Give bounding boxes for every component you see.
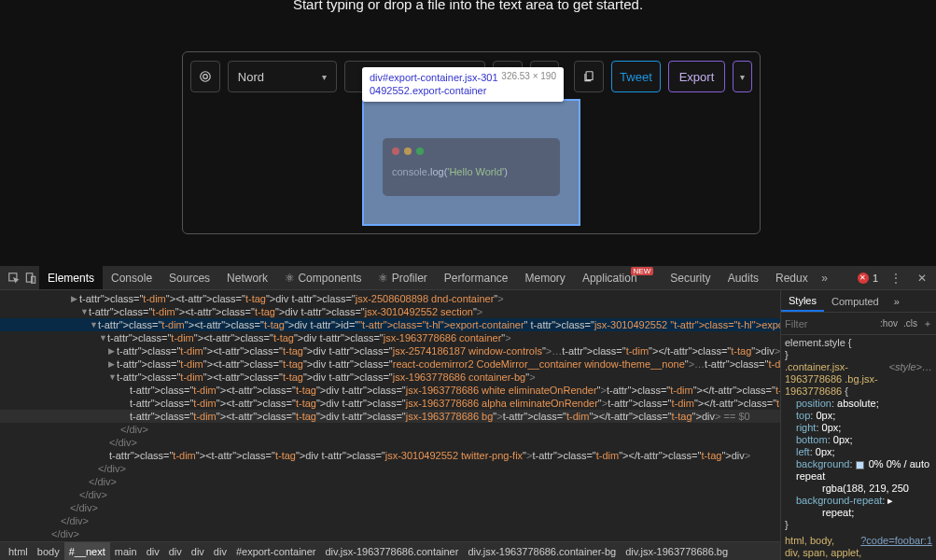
tooltip-selector: div#export-container.jsx-3010492552.expo… xyxy=(370,71,501,98)
crumb[interactable]: div.jsx-1963778686.bg xyxy=(621,542,733,560)
dom-line[interactable]: </div> xyxy=(0,475,780,488)
export-dropdown[interactable]: ▾ xyxy=(733,61,752,92)
dom-line[interactable]: ▼t-attr">class="t-dim"><t-attr">class="t… xyxy=(0,305,780,318)
add-rule-icon[interactable]: ＋ xyxy=(923,317,932,330)
close-dot-icon xyxy=(392,147,399,155)
crumb[interactable]: div xyxy=(164,542,187,560)
styles-panel: StylesComputed» :hov .cls ＋ element.styl… xyxy=(780,290,936,560)
more-tabs-icon[interactable]: » xyxy=(817,272,833,285)
tab-sources[interactable]: Sources xyxy=(161,266,218,289)
breadcrumb[interactable]: htmlbody#__nextmaindivdivdivdiv#export-c… xyxy=(0,541,780,560)
svg-point-1 xyxy=(201,72,211,82)
more-styles-icon[interactable]: » xyxy=(887,290,907,312)
styles-filter-input[interactable] xyxy=(785,318,874,329)
dom-line[interactable]: </div> xyxy=(0,436,780,449)
dom-line[interactable]: ▶t-attr">class="t-dim"><t-attr">class="t… xyxy=(0,357,780,371)
crumb[interactable]: div.jsx-1963778686.container xyxy=(321,542,464,560)
dom-line[interactable]: ▼t-attr">class="t-dim"><t-attr">class="t… xyxy=(0,318,780,331)
minimize-dot-icon xyxy=(404,147,412,155)
chevron-down-icon: ▾ xyxy=(322,72,327,82)
cls-toggle[interactable]: .cls xyxy=(903,318,917,329)
dom-line[interactable]: </div> xyxy=(0,527,780,540)
styles-body[interactable]: element.style {}<style>….container.jsx-1… xyxy=(781,335,936,560)
tab-console[interactable]: Console xyxy=(103,266,161,289)
tab--profiler[interactable]: ⚛ Profiler xyxy=(370,266,435,289)
dom-line[interactable]: ▶<footer role="contentinfo" class="jsx-2… xyxy=(0,540,780,541)
dom-line[interactable]: ▼t-attr">class="t-dim"><t-attr">class="t… xyxy=(0,331,780,344)
close-icon[interactable]: ✕ xyxy=(914,272,930,285)
kebab-icon[interactable]: ⋮ xyxy=(887,272,904,285)
export-container-highlight: console.log('Hello World') xyxy=(362,99,580,226)
dom-line[interactable]: </div> xyxy=(0,514,780,527)
device-icon[interactable] xyxy=(22,272,39,285)
tab-memory[interactable]: Memory xyxy=(517,266,574,289)
inspector-tooltip: div#export-container.jsx-3010492552.expo… xyxy=(362,67,564,102)
dom-line[interactable]: t-attr">class="t-dim"><t-attr">class="t-… xyxy=(0,410,780,423)
crumb[interactable]: div.jsx-1963778686.container-bg xyxy=(463,542,621,560)
copy-icon[interactable] xyxy=(574,61,604,92)
error-count[interactable]: ✕ 1 xyxy=(858,273,878,284)
dom-line[interactable]: ▼t-attr">class="t-dim"><t-attr">class="t… xyxy=(0,371,780,384)
zoom-dot-icon xyxy=(416,147,424,155)
new-badge: NEW xyxy=(631,267,654,275)
crumb[interactable]: div xyxy=(209,542,231,560)
crumb[interactable]: #export-container xyxy=(231,542,321,560)
dom-line[interactable]: t-attr">class="t-dim"><t-attr">class="t-… xyxy=(0,397,780,410)
preview-area: console.log('Hello World') xyxy=(190,99,752,226)
svg-rect-2 xyxy=(586,72,593,80)
dom-line[interactable]: </div> xyxy=(0,501,780,514)
inspect-icon[interactable] xyxy=(6,272,22,285)
dom-line[interactable]: </div> xyxy=(0,488,780,501)
export-button[interactable]: Export xyxy=(668,61,726,92)
tab-security[interactable]: Security xyxy=(662,266,719,289)
code-editor[interactable]: console.log('Hello World') xyxy=(383,138,560,196)
window-controls xyxy=(392,147,551,155)
tab-application[interactable]: ApplicationNEW xyxy=(574,266,662,289)
dom-tree[interactable]: ▶t-attr">class="t-dim"><t-attr">class="t… xyxy=(0,290,780,541)
styles-tab-styles[interactable]: Styles xyxy=(781,290,824,312)
styles-filter-row: :hov .cls ＋ xyxy=(781,313,936,335)
crumb[interactable]: html xyxy=(4,542,33,560)
crumb[interactable]: #__next xyxy=(64,542,110,560)
tooltip-dimensions: 326.53 × 190 xyxy=(501,71,556,81)
tab-network[interactable]: Network xyxy=(218,266,276,289)
tab-audits[interactable]: Audits xyxy=(719,266,767,289)
code-line: console.log('Hello World') xyxy=(392,166,551,178)
devtools-panel: ElementsConsoleSourcesNetwork⚛ Component… xyxy=(0,266,936,560)
dom-line[interactable]: </div> xyxy=(0,423,780,436)
tab--components[interactable]: ⚛ Components xyxy=(276,266,370,289)
crumb[interactable]: div xyxy=(142,542,164,560)
dom-line[interactable]: </div> xyxy=(0,462,780,475)
tweet-button[interactable]: Tweet xyxy=(611,61,660,92)
tagline: Start typing or drop a file into the tex… xyxy=(0,0,936,12)
settings-icon[interactable] xyxy=(190,61,220,92)
crumb[interactable]: body xyxy=(33,542,64,560)
dom-line[interactable]: ▶t-attr">class="t-dim"><t-attr">class="t… xyxy=(0,344,780,357)
svg-point-0 xyxy=(203,75,208,79)
error-icon: ✕ xyxy=(858,273,869,284)
crumb[interactable]: div xyxy=(187,542,209,560)
devtools-tabbar: ElementsConsoleSourcesNetwork⚛ Component… xyxy=(0,266,936,290)
styles-tab-computed[interactable]: Computed xyxy=(824,290,887,312)
tab-elements[interactable]: Elements xyxy=(39,266,103,289)
crumb[interactable]: main xyxy=(110,542,142,560)
dom-line[interactable]: ▶t-attr">class="t-dim"><t-attr">class="t… xyxy=(0,292,780,305)
theme-label: Nord xyxy=(238,70,264,84)
theme-select[interactable]: Nord ▾ xyxy=(228,61,337,92)
dom-line[interactable]: t-attr">class="t-dim"><t-attr">class="t-… xyxy=(0,384,780,397)
tab-redux[interactable]: Redux xyxy=(767,266,817,289)
hov-toggle[interactable]: :hov xyxy=(880,318,898,329)
dom-line[interactable]: t-attr">class="t-dim"><t-attr">class="t-… xyxy=(0,449,780,462)
tab-performance[interactable]: Performance xyxy=(436,266,517,289)
